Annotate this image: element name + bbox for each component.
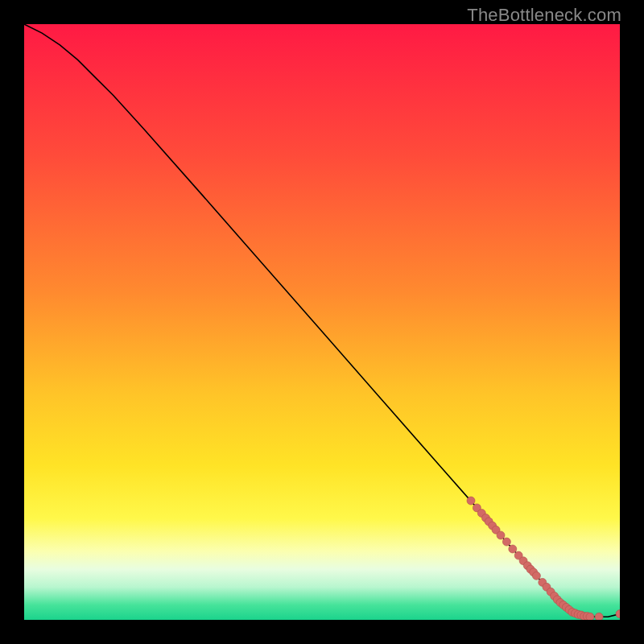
bottleneck-curve bbox=[24, 24, 620, 617]
data-point bbox=[616, 610, 620, 618]
data-point bbox=[509, 545, 517, 553]
data-point bbox=[502, 538, 510, 546]
watermark-text: TheBottleneck.com bbox=[467, 5, 621, 26]
data-point bbox=[467, 497, 475, 505]
data-point bbox=[586, 613, 594, 620]
data-point bbox=[497, 531, 505, 539]
plot-area bbox=[24, 24, 620, 620]
chart-frame: TheBottleneck.com bbox=[0, 0, 644, 644]
chart-overlay bbox=[24, 24, 620, 620]
data-points bbox=[467, 497, 620, 620]
data-point bbox=[532, 572, 540, 580]
data-point bbox=[595, 613, 603, 620]
